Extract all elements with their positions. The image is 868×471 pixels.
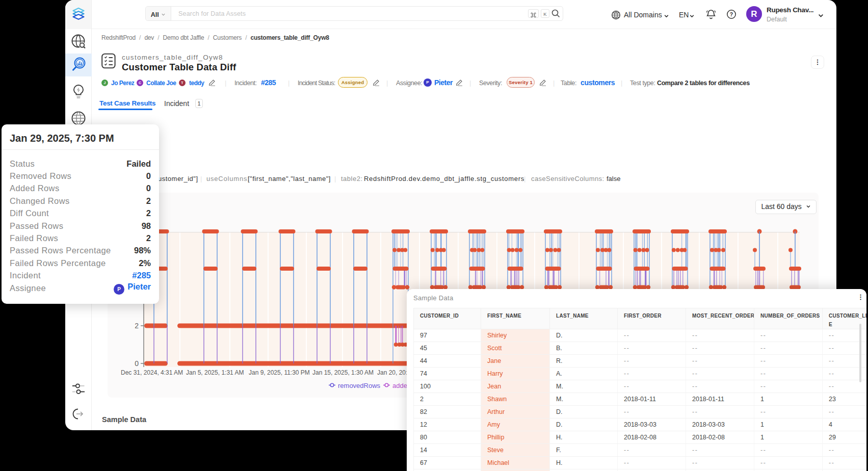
svg-text:?: ? [730, 11, 733, 17]
svg-text:Jan 20, 20:: Jan 20, 20: [377, 369, 407, 376]
svg-text:Jan 15, 2025, 1:30 AM: Jan 15, 2025, 1:30 AM [312, 369, 374, 376]
svg-text:Jan 9, 2025, 11:30 PM: Jan 9, 2025, 11:30 PM [249, 369, 310, 376]
svg-text:2: 2 [135, 322, 139, 330]
svg-text:Jan 5, 2025, 1:31 AM: Jan 5, 2025, 1:31 AM [186, 369, 244, 376]
svg-text:0: 0 [135, 359, 139, 368]
svg-text:Dec 31, 2024, 4:31 AM: Dec 31, 2024, 4:31 AM [121, 369, 183, 376]
svg-text:removedRows: removedRows [338, 382, 381, 389]
